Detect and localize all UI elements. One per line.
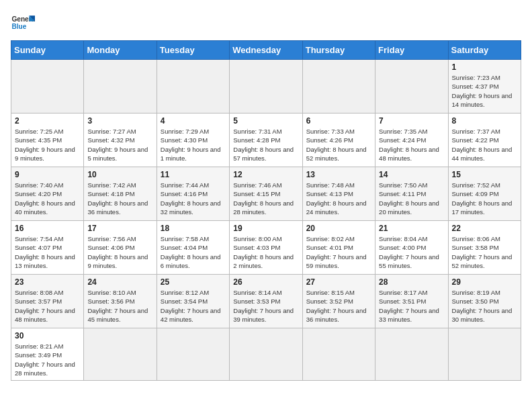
calendar-cell: 23Sunrise: 8:08 AM Sunset: 3:57 PM Dayli…: [11, 275, 84, 328]
calendar-cell: 21Sunrise: 8:04 AM Sunset: 4:00 PM Dayli…: [375, 221, 448, 275]
day-number: 21: [379, 224, 444, 233]
calendar-cell: 2Sunrise: 7:25 AM Sunset: 4:35 PM Daylig…: [11, 113, 84, 167]
calendar-cell: 28Sunrise: 8:17 AM Sunset: 3:51 PM Dayli…: [375, 275, 448, 328]
day-info: Sunrise: 7:56 AM Sunset: 4:06 PM Dayligh…: [87, 234, 152, 270]
day-info: Sunrise: 7:48 AM Sunset: 4:13 PM Dayligh…: [306, 181, 371, 216]
day-number: 8: [452, 116, 517, 126]
day-number: 19: [233, 224, 298, 233]
calendar-cell: 3Sunrise: 7:27 AM Sunset: 4:32 PM Daylig…: [84, 113, 157, 167]
day-info: Sunrise: 7:44 AM Sunset: 4:16 PM Dayligh…: [161, 181, 226, 216]
calendar-cell: 4Sunrise: 7:29 AM Sunset: 4:30 PM Daylig…: [157, 113, 229, 167]
calendar-cell: 11Sunrise: 7:44 AM Sunset: 4:16 PM Dayli…: [157, 167, 229, 221]
day-number: 11: [161, 170, 226, 179]
day-number: 2: [15, 116, 80, 126]
weekday-header-friday: Friday: [375, 41, 448, 60]
calendar-week-5: 23Sunrise: 8:08 AM Sunset: 3:57 PM Dayli…: [11, 275, 521, 328]
logo: General Blue: [11, 11, 35, 35]
day-number: 14: [379, 170, 444, 179]
day-number: 16: [15, 224, 80, 233]
day-info: Sunrise: 7:27 AM Sunset: 4:32 PM Dayligh…: [87, 127, 152, 163]
svg-text:Blue: Blue: [11, 23, 26, 30]
weekday-header-thursday: Thursday: [302, 41, 375, 60]
calendar-cell: 25Sunrise: 8:12 AM Sunset: 3:54 PM Dayli…: [157, 275, 229, 328]
calendar-cell: 5Sunrise: 7:31 AM Sunset: 4:28 PM Daylig…: [230, 113, 302, 167]
day-info: Sunrise: 8:06 AM Sunset: 3:58 PM Dayligh…: [452, 234, 517, 270]
day-info: Sunrise: 7:31 AM Sunset: 4:28 PM Dayligh…: [233, 127, 298, 163]
day-number: 24: [87, 277, 152, 287]
calendar-cell: 14Sunrise: 7:50 AM Sunset: 4:11 PM Dayli…: [375, 167, 448, 221]
day-info: Sunrise: 7:40 AM Sunset: 4:20 PM Dayligh…: [15, 181, 80, 216]
weekday-header-saturday: Saturday: [448, 41, 521, 60]
weekday-header-row: SundayMondayTuesdayWednesdayThursdayFrid…: [11, 41, 521, 60]
weekday-header-wednesday: Wednesday: [230, 41, 302, 60]
day-info: Sunrise: 8:00 AM Sunset: 4:03 PM Dayligh…: [233, 234, 298, 270]
calendar-week-6: 30Sunrise: 8:21 AM Sunset: 3:49 PM Dayli…: [11, 328, 521, 381]
day-info: Sunrise: 7:35 AM Sunset: 4:24 PM Dayligh…: [379, 127, 444, 163]
day-info: Sunrise: 7:42 AM Sunset: 4:18 PM Dayligh…: [87, 181, 152, 216]
calendar-cell: 18Sunrise: 7:58 AM Sunset: 4:04 PM Dayli…: [157, 221, 229, 275]
calendar-cell: [84, 328, 157, 381]
calendar-cell: 27Sunrise: 8:15 AM Sunset: 3:52 PM Dayli…: [302, 275, 375, 328]
calendar-cell: 6Sunrise: 7:33 AM Sunset: 4:26 PM Daylig…: [302, 113, 375, 167]
day-number: 18: [161, 224, 226, 233]
day-number: 13: [306, 170, 371, 179]
day-number: 30: [15, 331, 80, 340]
calendar-cell: 26Sunrise: 8:14 AM Sunset: 3:53 PM Dayli…: [230, 275, 302, 328]
day-info: Sunrise: 8:10 AM Sunset: 3:56 PM Dayligh…: [87, 288, 152, 324]
calendar-week-2: 2Sunrise: 7:25 AM Sunset: 4:35 PM Daylig…: [11, 113, 521, 167]
calendar-cell: [375, 60, 448, 113]
day-info: Sunrise: 8:21 AM Sunset: 3:49 PM Dayligh…: [15, 342, 80, 377]
calendar-week-4: 16Sunrise: 7:54 AM Sunset: 4:07 PM Dayli…: [11, 221, 521, 275]
day-info: Sunrise: 8:17 AM Sunset: 3:51 PM Dayligh…: [379, 288, 444, 324]
calendar-table: SundayMondayTuesdayWednesdayThursdayFrid…: [11, 40, 521, 381]
day-number: 4: [161, 116, 226, 126]
day-info: Sunrise: 8:02 AM Sunset: 4:01 PM Dayligh…: [306, 234, 371, 270]
day-number: 26: [233, 277, 298, 287]
calendar-cell: 20Sunrise: 8:02 AM Sunset: 4:01 PM Dayli…: [302, 221, 375, 275]
calendar-cell: 30Sunrise: 8:21 AM Sunset: 3:49 PM Dayli…: [11, 328, 84, 381]
calendar-cell: 16Sunrise: 7:54 AM Sunset: 4:07 PM Dayli…: [11, 221, 84, 275]
page-header: General Blue: [11, 11, 521, 35]
day-number: 27: [306, 277, 371, 287]
day-number: 7: [379, 116, 444, 126]
calendar-cell: [448, 328, 521, 381]
calendar-cell: 15Sunrise: 7:52 AM Sunset: 4:09 PM Dayli…: [448, 167, 521, 221]
day-number: 29: [452, 277, 517, 287]
calendar-cell: 7Sunrise: 7:35 AM Sunset: 4:24 PM Daylig…: [375, 113, 448, 167]
day-number: 20: [306, 224, 371, 233]
weekday-header-tuesday: Tuesday: [157, 41, 229, 60]
weekday-header-sunday: Sunday: [11, 41, 84, 60]
day-info: Sunrise: 8:04 AM Sunset: 4:00 PM Dayligh…: [379, 234, 444, 270]
calendar-cell: [302, 60, 375, 113]
day-info: Sunrise: 8:19 AM Sunset: 3:50 PM Dayligh…: [452, 288, 517, 324]
calendar-cell: 10Sunrise: 7:42 AM Sunset: 4:18 PM Dayli…: [84, 167, 157, 221]
calendar-cell: 9Sunrise: 7:40 AM Sunset: 4:20 PM Daylig…: [11, 167, 84, 221]
day-info: Sunrise: 8:15 AM Sunset: 3:52 PM Dayligh…: [306, 288, 371, 324]
day-info: Sunrise: 7:33 AM Sunset: 4:26 PM Dayligh…: [306, 127, 371, 163]
day-number: 1: [452, 62, 517, 72]
day-info: Sunrise: 7:29 AM Sunset: 4:30 PM Dayligh…: [161, 127, 226, 163]
calendar-cell: [11, 60, 84, 113]
day-number: 6: [306, 116, 371, 126]
calendar-week-1: 1Sunrise: 7:23 AM Sunset: 4:37 PM Daylig…: [11, 60, 521, 113]
calendar-cell: [157, 328, 229, 381]
calendar-cell: 13Sunrise: 7:48 AM Sunset: 4:13 PM Dayli…: [302, 167, 375, 221]
day-info: Sunrise: 8:08 AM Sunset: 3:57 PM Dayligh…: [15, 288, 80, 324]
day-info: Sunrise: 7:52 AM Sunset: 4:09 PM Dayligh…: [452, 181, 517, 216]
day-number: 23: [15, 277, 80, 287]
calendar-cell: 29Sunrise: 8:19 AM Sunset: 3:50 PM Dayli…: [448, 275, 521, 328]
calendar-cell: 12Sunrise: 7:46 AM Sunset: 4:15 PM Dayli…: [230, 167, 302, 221]
calendar-cell: [302, 328, 375, 381]
day-number: 28: [379, 277, 444, 287]
day-number: 9: [15, 170, 80, 179]
day-number: 22: [452, 224, 517, 233]
day-info: Sunrise: 7:58 AM Sunset: 4:04 PM Dayligh…: [161, 234, 226, 270]
calendar-cell: [230, 60, 302, 113]
day-info: Sunrise: 8:14 AM Sunset: 3:53 PM Dayligh…: [233, 288, 298, 324]
calendar-cell: [375, 328, 448, 381]
calendar-cell: [157, 60, 229, 113]
calendar-cell: 24Sunrise: 8:10 AM Sunset: 3:56 PM Dayli…: [84, 275, 157, 328]
day-info: Sunrise: 7:23 AM Sunset: 4:37 PM Dayligh…: [452, 73, 517, 109]
day-number: 10: [87, 170, 152, 179]
calendar-cell: [84, 60, 157, 113]
